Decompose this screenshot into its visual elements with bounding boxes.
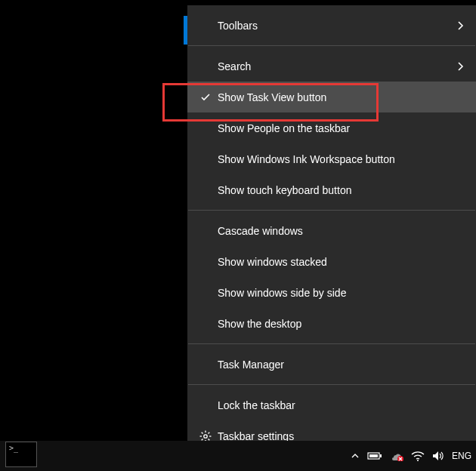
cmd-icon: >_ <box>9 445 18 452</box>
menu-item-label: Show the desktop <box>213 318 452 330</box>
menu-item-label: Toolbars <box>213 20 452 32</box>
menu-item-stacked[interactable]: Show windows stacked <box>187 246 476 277</box>
menu-item-label: Lock the taskbar <box>213 399 452 411</box>
taskbar[interactable]: >_ ENG <box>0 441 476 471</box>
menu-item-label: Show touch keyboard button <box>213 184 452 196</box>
menu-item-lock-taskbar[interactable]: Lock the taskbar <box>187 389 476 420</box>
taskbar-context-menu: ToolbarsSearchShow Task View buttonShow … <box>187 5 476 456</box>
menu-item-label: Show windows side by side <box>213 287 452 299</box>
menu-group: Toolbars <box>187 5 476 45</box>
menu-item-show-desktop[interactable]: Show the desktop <box>187 308 476 339</box>
chevron-right-icon <box>452 61 464 72</box>
tray-chevron-up-icon[interactable] <box>351 451 360 460</box>
menu-item-toolbars[interactable]: Toolbars <box>187 10 476 41</box>
menu-item-show-task-view[interactable]: Show Task View button <box>187 82 476 112</box>
onedrive-error-icon[interactable] <box>390 451 403 461</box>
menu-item-show-ink[interactable]: Show Windows Ink Workspace button <box>187 143 476 174</box>
menu-item-label: Show windows stacked <box>213 256 452 268</box>
menu-group: Cascade windowsShow windows stackedShow … <box>187 211 476 343</box>
menu-item-show-touch-kb[interactable]: Show touch keyboard button <box>187 174 476 205</box>
chevron-right-icon <box>452 20 464 31</box>
language-indicator[interactable]: ENG <box>452 451 471 461</box>
menu-item-label: Show Windows Ink Workspace button <box>213 153 452 165</box>
battery-icon[interactable] <box>367 451 382 460</box>
menu-item-search[interactable]: Search <box>187 51 476 82</box>
svg-line-8 <box>209 432 210 433</box>
menu-item-show-people[interactable]: Show People on the taskbar <box>187 112 476 143</box>
svg-line-5 <box>202 432 203 433</box>
svg-point-0 <box>204 434 207 437</box>
menu-item-task-manager[interactable]: Task Manager <box>187 349 476 380</box>
system-tray: ENG <box>351 441 471 471</box>
menu-item-label: Cascade windows <box>213 225 452 237</box>
check-icon <box>198 91 213 103</box>
menu-item-cascade[interactable]: Cascade windows <box>187 215 476 246</box>
svg-line-6 <box>209 439 210 440</box>
menu-group: SearchShow Task View buttonShow People o… <box>187 46 476 210</box>
menu-group: Task Manager <box>187 344 476 384</box>
wifi-icon[interactable] <box>411 451 425 461</box>
menu-item-label: Show People on the taskbar <box>213 122 452 134</box>
menu-item-label: Search <box>213 60 452 72</box>
svg-rect-10 <box>380 454 382 457</box>
svg-point-13 <box>417 460 419 461</box>
menu-item-side-by-side[interactable]: Show windows side by side <box>187 277 476 308</box>
volume-icon[interactable] <box>432 451 444 461</box>
taskbar-app-cmd[interactable]: >_ <box>5 442 37 467</box>
menu-item-label: Show Task View button <box>213 91 452 103</box>
svg-line-7 <box>202 439 203 440</box>
desktop: ToolbarsSearchShow Task View buttonShow … <box>0 0 476 471</box>
svg-rect-11 <box>369 454 378 457</box>
menu-item-label: Task Manager <box>213 359 452 371</box>
